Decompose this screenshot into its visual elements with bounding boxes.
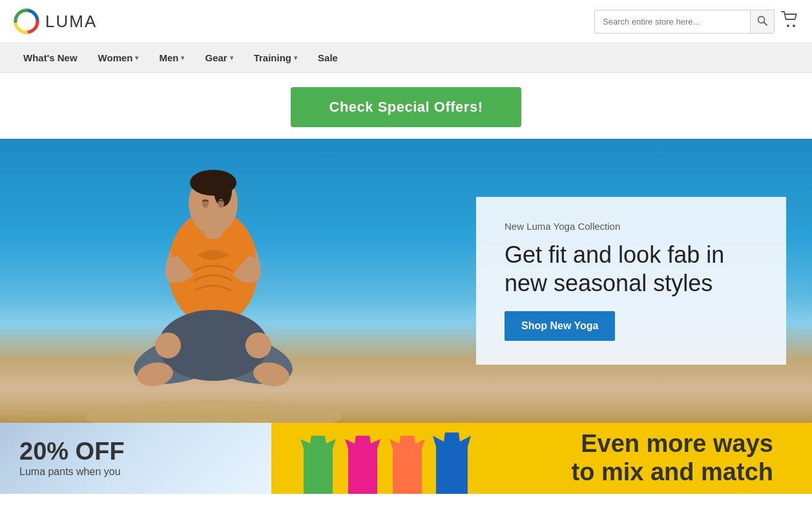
promo-subtitle: New Luma Yoga Collection [505,221,758,232]
bottom-banners: 20% OFF Luma pants when you Even more wa… [0,423,812,494]
tank-tops-graphic [297,433,473,494]
discount-subtitle: Luma pants when you [19,466,252,478]
site-header: LUMA [0,0,812,43]
chevron-down-icon: ▾ [135,54,138,61]
nav-item-gear[interactable]: Gear ▾ [194,43,243,72]
tank-top-blue [431,433,473,494]
search-input[interactable] [595,12,750,32]
chevron-down-icon: ▾ [230,54,233,61]
promo-card: New Luma Yoga Collection Get fit and loo… [476,197,786,365]
shop-new-yoga-button[interactable]: Shop New Yoga [505,311,615,341]
search-icon [757,15,767,26]
special-offers-button[interactable]: Check Special Offers! [291,87,522,127]
cart-icon [781,11,799,28]
svg-point-19 [84,400,342,423]
search-bar [594,10,775,34]
discount-banner: 20% OFF Luma pants when you [0,423,271,494]
svg-line-2 [764,22,767,25]
mix-match-text: Even more ways to mix and match [572,430,774,486]
logo-area[interactable]: LUMA [13,8,97,35]
svg-point-4 [793,25,795,27]
nav-item-training[interactable]: Training ▾ [244,43,307,72]
offer-bar: Check Special Offers! [0,73,812,139]
tank-top-pink [342,436,384,494]
svg-point-3 [787,25,789,27]
logo-text: LUMA [45,12,97,32]
svg-point-0 [14,8,39,34]
nav-item-whats-new[interactable]: What's New [13,43,88,72]
main-nav: What's New Women ▾ Men ▾ Gear ▾ Training… [0,43,812,73]
nav-item-sale[interactable]: Sale [307,43,348,72]
cart-button[interactable] [781,11,799,32]
luma-logo-icon [13,8,40,35]
search-button[interactable] [750,10,774,33]
discount-title: 20% OFF [19,439,252,464]
header-right [594,10,799,34]
svg-point-18 [245,332,271,358]
hero-banner: New Luma Yoga Collection Get fit and loo… [0,139,812,423]
nav-item-men[interactable]: Men ▾ [149,43,194,72]
svg-point-17 [155,332,181,358]
nav-item-women[interactable]: Women ▾ [88,43,149,72]
tank-top-green [297,436,339,494]
tank-top-orange [386,436,428,494]
chevron-down-icon: ▾ [294,54,297,61]
chevron-down-icon: ▾ [181,54,184,61]
yoga-figure [78,145,349,423]
mix-match-banner: Even more ways to mix and match [271,423,812,494]
promo-title: Get fit and look fab in new seasonal sty… [505,241,758,296]
